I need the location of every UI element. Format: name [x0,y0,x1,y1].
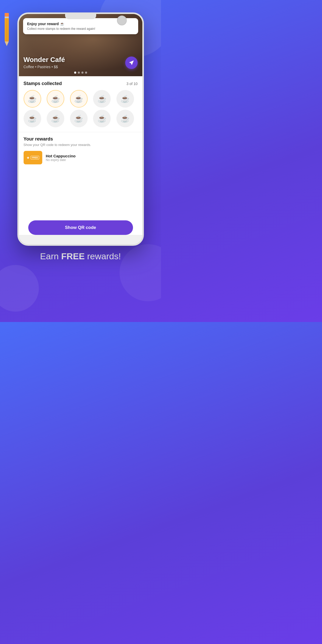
stamp-1: ☕ [24,90,41,108]
phone-notch [65,14,96,19]
direction-button[interactable] [125,57,138,69]
svg-rect-0 [5,13,9,41]
stamps-count: 3 of 10 [127,82,138,86]
deco-shape-left [0,265,39,312]
spacer [24,169,138,220]
tagline-prefix: Earn [40,251,61,261]
show-qr-button[interactable]: Show QR code [28,220,133,235]
reward-item[interactable]: ★ FREE Hot Cappuccino No expiry date [24,151,138,164]
rewards-subtitle: Show your QR code to redeem your rewards… [24,143,138,147]
reward-name: Hot Cappuccino [46,154,76,158]
tagline-suffix: rewards! [85,251,121,261]
venue-tag-price: $$ [54,65,58,69]
reward-star-icon: ★ [26,156,30,160]
dot-2 [78,72,80,74]
stamp-5: ☕ [116,90,134,108]
carousel-dots [74,72,87,74]
venue-tag-pastries: Pastries [37,65,51,69]
svg-rect-3 [5,17,9,18]
reward-free-label: FREE [31,156,39,159]
stamp-9: ☕ [93,110,111,127]
notification-subtitle: Collect more stamps to redeem the reward… [27,27,134,31]
reward-star-row: ★ FREE [26,156,39,160]
pencil-decoration [3,10,11,47]
venue-info: Wonder Café Coffee • Pastries • $$ [24,56,65,69]
stamp-7: ☕ [47,110,64,127]
dot-3 [81,72,83,74]
reward-expiry: No expiry date [46,158,76,162]
venue-tags: Coffee • Pastries • $$ [24,65,65,69]
stamps-grid: ☕ ☕ ☕ ☕ ☕ ☕ ☕ ☕ ☕ ☕ [24,90,138,127]
reward-badge: ★ FREE [24,151,42,164]
content-area: Stamps collected 3 of 10 ☕ ☕ ☕ ☕ ☕ ☕ ☕ ☕… [19,76,142,235]
stamp-2: ☕ [47,90,64,108]
svg-marker-1 [5,41,9,46]
reward-badge-inner: ★ FREE [26,156,39,160]
bottom-tagline: Earn FREE rewards! [35,246,126,269]
stamp-10: ☕ [116,110,134,127]
svg-rect-2 [5,13,9,17]
stamp-8: ☕ [70,110,88,127]
stamp-6: ☕ [24,110,41,127]
tagline-bold: FREE [61,251,85,261]
stamps-header: Stamps collected 3 of 10 [24,81,138,86]
divider-1 [19,132,142,132]
phone-frame: Enjoy your reward ☕ Collect more stamps … [17,12,144,246]
reward-details: Hot Cappuccino No expiry date [46,154,76,162]
dot-1 [74,72,76,74]
stamp-3: ☕ [70,90,88,108]
rewards-title: Your rewards [24,136,138,142]
venue-tag-dot1: • [35,65,37,69]
venue-name: Wonder Café [24,56,65,64]
stamps-title: Stamps collected [24,81,62,86]
phone-camera [117,16,127,25]
venue-tag-coffee: Coffee [24,65,34,69]
stamp-4: ☕ [93,90,111,108]
dot-4 [85,72,87,74]
